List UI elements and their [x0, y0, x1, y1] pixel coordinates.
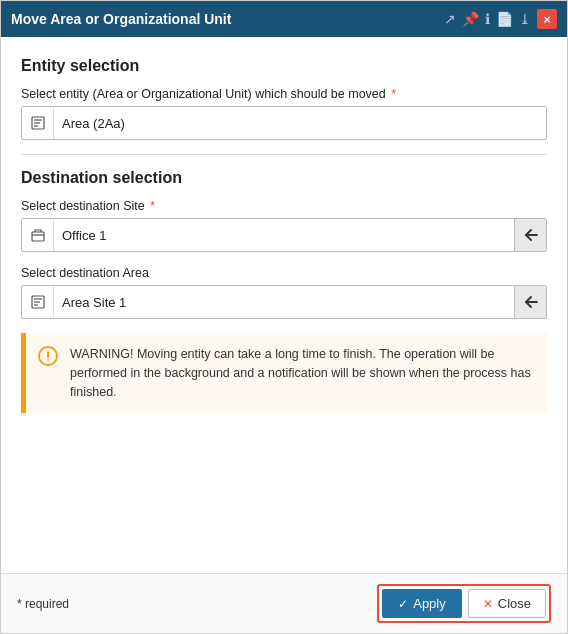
- destination-section-title: Destination selection: [21, 169, 547, 187]
- dialog: Move Area or Organizational Unit ↗ 📌 ℹ 📄…: [0, 0, 568, 634]
- warning-text: WARNING! Moving entity can take a long t…: [70, 345, 535, 401]
- area-field-label: Select destination Area: [21, 266, 547, 280]
- area-edit-icon: [22, 286, 54, 318]
- document-icon[interactable]: 📄: [496, 11, 513, 27]
- dialog-title: Move Area or Organizational Unit: [11, 11, 231, 27]
- close-x-icon: ✕: [483, 597, 493, 611]
- svg-rect-4: [32, 232, 44, 241]
- svg-point-14: [47, 359, 49, 361]
- pin-icon[interactable]: 📌: [462, 11, 479, 27]
- download-icon[interactable]: ⤓: [519, 11, 531, 27]
- footer-buttons: ✓ Apply ✕ Close: [377, 584, 551, 623]
- close-title-button[interactable]: ×: [537, 9, 557, 29]
- dialog-body: Entity selection Select entity (Area or …: [1, 37, 567, 573]
- site-icon: [22, 219, 54, 251]
- warning-icon: [38, 346, 58, 371]
- site-input-row[interactable]: Office 1: [21, 218, 547, 252]
- entity-section-title: Entity selection: [21, 57, 547, 75]
- required-note: * required: [17, 597, 69, 611]
- site-field-label: Select destination Site *: [21, 199, 547, 213]
- apply-button[interactable]: ✓ Apply: [382, 589, 462, 618]
- title-bar-icons: ↗ 📌 ℹ 📄 ⤓ ×: [444, 9, 557, 29]
- destination-section: Destination selection Select destination…: [21, 169, 547, 319]
- title-bar: Move Area or Organizational Unit ↗ 📌 ℹ 📄…: [1, 1, 567, 37]
- warning-box: WARNING! Moving entity can take a long t…: [21, 333, 547, 413]
- area-value: Area Site 1: [54, 295, 514, 310]
- site-value: Office 1: [54, 228, 514, 243]
- entity-section: Entity selection Select entity (Area or …: [21, 57, 547, 140]
- help-icon[interactable]: ℹ: [485, 11, 490, 27]
- site-required-mark: *: [147, 199, 155, 213]
- entity-input-row[interactable]: Area (2Aa): [21, 106, 547, 140]
- entity-value: Area (2Aa): [54, 116, 546, 131]
- apply-check-icon: ✓: [398, 597, 408, 611]
- area-back-button[interactable]: [514, 286, 546, 318]
- entity-field-label: Select entity (Area or Organizational Un…: [21, 87, 547, 101]
- entity-required-mark: *: [388, 87, 396, 101]
- close-button[interactable]: ✕ Close: [468, 589, 546, 618]
- area-input-row[interactable]: Area Site 1: [21, 285, 547, 319]
- entity-edit-icon: [22, 107, 54, 139]
- dialog-footer: * required ✓ Apply ✕ Close: [1, 573, 567, 633]
- section-divider: [21, 154, 547, 155]
- export-icon[interactable]: ↗: [444, 11, 456, 27]
- site-back-button[interactable]: [514, 219, 546, 251]
